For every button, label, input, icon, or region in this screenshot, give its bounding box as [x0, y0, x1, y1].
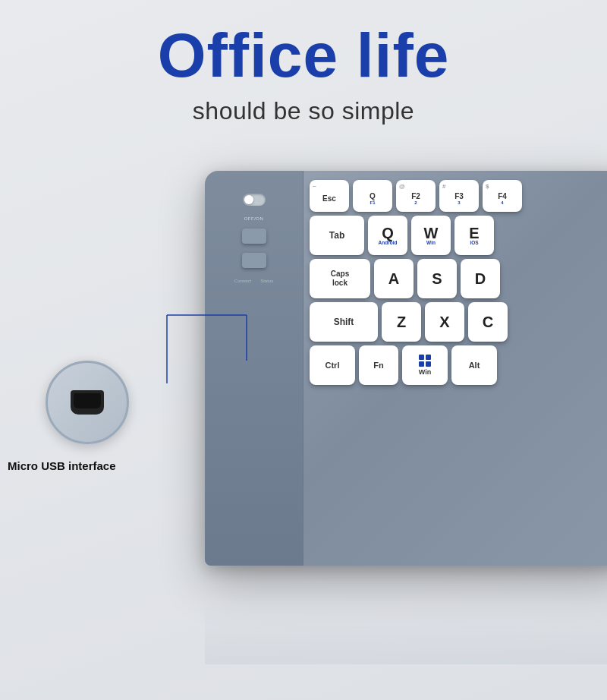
- key-c[interactable]: C: [468, 302, 508, 342]
- key-z[interactable]: Z: [382, 302, 421, 342]
- connect-label: Connect: [234, 279, 251, 283]
- key-esc[interactable]: ~ Esc: [310, 180, 349, 212]
- key-row-4: Shift Z X C: [310, 302, 607, 342]
- key-row-3: Capslock A S D: [310, 259, 607, 298]
- connector-lines: [125, 300, 277, 452]
- key-fn[interactable]: Fn: [359, 345, 398, 385]
- key-f4[interactable]: $ F4 4: [483, 180, 522, 212]
- key-ctrl[interactable]: Ctrl: [310, 345, 355, 385]
- key-f2[interactable]: @ F2 2: [396, 180, 436, 212]
- usb-circle-zoom: [46, 361, 129, 444]
- key-capslock[interactable]: Capslock: [310, 259, 370, 298]
- sub-title: should be so simple: [0, 97, 607, 125]
- key-w[interactable]: W Win: [411, 216, 451, 255]
- usb-port-icon: [71, 390, 104, 415]
- key-e[interactable]: E iOS: [454, 216, 494, 255]
- key-f3[interactable]: # F3 3: [439, 180, 479, 212]
- key-win[interactable]: Win: [402, 345, 448, 385]
- usb-port-container: [46, 361, 129, 444]
- toggle-switch: [243, 194, 266, 206]
- key-f1[interactable]: Q F1: [353, 180, 392, 212]
- connect-button: [242, 229, 266, 244]
- windows-icon: [419, 355, 431, 367]
- content-area: Micro USB interface OFF/ON Connect Statu…: [0, 148, 607, 700]
- key-q[interactable]: Q Android: [368, 216, 407, 255]
- page-container: Office life should be so simple Micro US…: [0, 0, 607, 700]
- offon-label: OFF/ON: [244, 216, 264, 221]
- key-s[interactable]: S: [417, 259, 457, 298]
- key-row-function: ~ Esc Q F1 @ F2 2 #: [310, 180, 607, 212]
- key-row-5: Ctrl Fn: [310, 345, 607, 385]
- keyboard-reflection: [205, 604, 607, 664]
- main-title: Office life: [0, 21, 607, 90]
- key-d[interactable]: D: [461, 259, 500, 298]
- key-alt[interactable]: Alt: [451, 345, 497, 385]
- title-section: Office life should be so simple: [0, 0, 607, 125]
- status-label: Status: [260, 279, 273, 283]
- connect-status-row: Connect Status: [234, 279, 273, 283]
- keys-area: ~ Esc Q F1 @ F2 2 #: [304, 171, 607, 566]
- status-button: [242, 253, 266, 268]
- key-x[interactable]: X: [425, 302, 464, 342]
- usb-label: Micro USB interface: [8, 459, 116, 472]
- key-a[interactable]: A: [374, 259, 414, 298]
- key-row-2: Tab Q Android W Win E iOS: [310, 216, 607, 255]
- key-shift[interactable]: Shift: [310, 302, 378, 342]
- key-tab[interactable]: Tab: [310, 216, 364, 255]
